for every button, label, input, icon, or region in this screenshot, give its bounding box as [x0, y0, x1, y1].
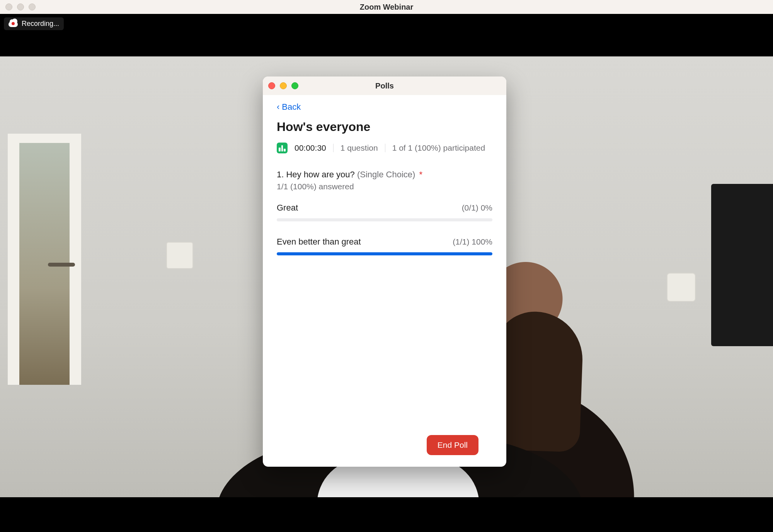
question-text-line: 1. Hey how are you? (Single Choice) * [277, 170, 492, 180]
app-traffic-lights [5, 3, 36, 10]
polls-window: Polls ‹ Back How's everyone 00:00:30 1 q… [263, 76, 506, 467]
poll-meta-row: 00:00:30 1 question 1 of 1 (100%) partic… [277, 143, 492, 153]
app-title: Zoom Webinar [360, 3, 414, 12]
maximize-icon[interactable] [29, 3, 36, 10]
back-label: Back [282, 102, 301, 112]
maximize-icon[interactable] [291, 82, 298, 89]
option-progress-fill [277, 252, 492, 255]
polls-title: Polls [375, 82, 394, 90]
end-poll-button[interactable]: End Poll [427, 435, 478, 455]
poll-option: Even better than great (1/1) 100% [277, 237, 492, 255]
question-number: 1. [277, 170, 284, 179]
wall-switch [166, 242, 193, 269]
option-label: Great [277, 203, 298, 213]
polls-titlebar[interactable]: Polls [263, 76, 506, 95]
poll-timer: 00:00:30 [295, 143, 326, 153]
option-label: Even better than great [277, 237, 361, 247]
option-stat: (1/1) 100% [453, 237, 492, 246]
tv-screen [711, 184, 773, 346]
recording-label: Recording... [22, 20, 59, 28]
option-progress [277, 252, 492, 255]
poll-name: How's everyone [277, 120, 492, 134]
polls-traffic-lights [268, 82, 298, 89]
poll-options: Great (0/1) 0% Even better than great (1… [277, 203, 492, 255]
minimize-icon[interactable] [17, 3, 24, 10]
question-text: Hey how are you? [286, 170, 354, 179]
required-marker: * [419, 170, 422, 179]
chevron-left-icon: ‹ [277, 103, 279, 111]
cloud-recording-icon [9, 20, 18, 27]
question-type: (Single Choice) [357, 170, 415, 179]
minimize-icon[interactable] [280, 82, 287, 89]
back-button[interactable]: ‹ Back [277, 102, 301, 112]
meeting-bottom-bar [0, 497, 773, 532]
option-stat: (0/1) 0% [462, 203, 492, 212]
poll-question-count: 1 question [341, 143, 378, 153]
option-progress [277, 218, 492, 221]
close-icon[interactable] [5, 3, 12, 10]
poll-participation: 1 of 1 (100%) participated [392, 143, 485, 153]
meeting-top-bar: Recording... [0, 14, 773, 33]
app-titlebar: Zoom Webinar [0, 0, 773, 14]
polls-body: ‹ Back How's everyone 00:00:30 1 questio… [263, 95, 506, 467]
divider [333, 144, 334, 152]
room-door [8, 134, 81, 385]
wall-switch [667, 273, 696, 302]
close-icon[interactable] [268, 82, 275, 89]
poll-icon [277, 143, 288, 153]
poll-question: 1. Hey how are you? (Single Choice) * 1/… [277, 170, 492, 271]
recording-indicator[interactable]: Recording... [4, 17, 64, 30]
question-answered: 1/1 (100%) answered [277, 182, 492, 191]
divider [385, 144, 385, 152]
poll-option: Great (0/1) 0% [277, 203, 492, 221]
polls-footer: End Poll [277, 427, 492, 467]
